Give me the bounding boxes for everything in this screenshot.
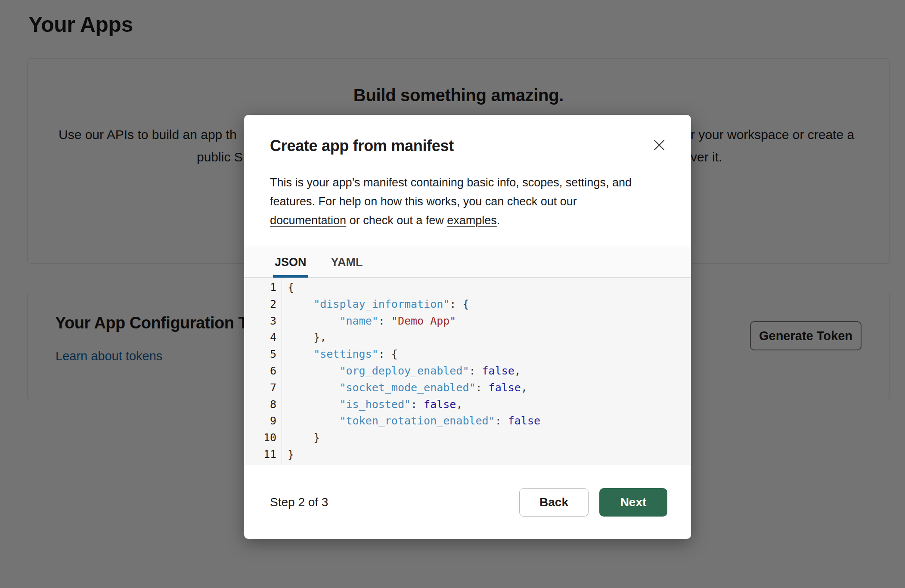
code-token-key: "settings" <box>313 348 378 360</box>
code-line: "token_rotation_enabled": false <box>288 413 691 430</box>
code-line: } <box>288 430 691 446</box>
code-line: "settings": { <box>288 346 691 363</box>
code-token-atom: false <box>482 365 514 377</box>
code-token-atom: false <box>508 415 540 427</box>
code-token-punct <box>288 315 339 327</box>
code-token-key: "display_information" <box>313 298 449 310</box>
line-number: 4 <box>244 329 276 346</box>
code-token-string: "Demo App" <box>391 315 456 327</box>
tab-yaml[interactable]: YAML <box>331 247 363 277</box>
editor-code: { "display_information": { "name": "Demo… <box>282 278 691 465</box>
code-token-punct: : <box>411 398 424 411</box>
code-token-key: "org_deploy_enabled" <box>339 365 469 377</box>
line-number: 2 <box>244 296 276 313</box>
code-token-punct: : <box>476 381 489 394</box>
code-token-punct: : <box>469 365 482 377</box>
code-token-punct: : { <box>449 298 469 310</box>
examples-link[interactable]: examples <box>447 214 497 227</box>
line-number: 7 <box>244 380 276 396</box>
code-line: { <box>288 279 691 296</box>
close-icon <box>652 138 666 152</box>
code-token-key: "is_hosted" <box>339 398 411 411</box>
code-token-punct: { <box>288 281 294 294</box>
line-number: 1 <box>244 279 276 296</box>
intro-line: features. For help on how this works, yo… <box>270 192 665 211</box>
code-token-punct: : { <box>378 348 398 360</box>
manifest-intro-text: This is your app’s manifest containing b… <box>270 173 665 230</box>
modal-title: Create app from manifest <box>270 136 665 156</box>
code-line: }, <box>288 329 691 346</box>
code-line: "display_information": { <box>288 296 691 313</box>
code-line: "is_hosted": false, <box>288 396 691 413</box>
code-token-key: "token_rotation_enabled" <box>339 415 495 427</box>
code-token-punct: , <box>514 365 521 377</box>
code-token-punct <box>288 381 339 394</box>
manifest-format-tabs: JSON YAML <box>244 247 691 278</box>
code-token-punct: , <box>521 381 527 394</box>
code-token-punct <box>288 415 339 427</box>
code-token-atom: false <box>424 398 456 411</box>
code-token-punct: } <box>288 431 320 444</box>
documentation-link[interactable]: documentation <box>270 214 346 227</box>
close-button[interactable] <box>651 137 667 153</box>
code-token-punct <box>288 298 313 310</box>
line-number: 8 <box>244 396 276 413</box>
code-token-punct <box>288 365 339 377</box>
create-app-from-manifest-modal: Create app from manifest This is your ap… <box>244 115 691 539</box>
code-token-atom: false <box>489 381 521 394</box>
code-line: } <box>288 446 691 463</box>
code-token-key: "name" <box>339 315 378 327</box>
line-number: 10 <box>244 430 276 446</box>
code-token-punct: } <box>288 448 294 461</box>
modal-header: Create app from manifest <box>244 115 691 156</box>
line-number: 3 <box>244 313 276 330</box>
step-indicator: Step 2 of 3 <box>270 495 328 509</box>
back-button[interactable]: Back <box>519 488 589 517</box>
code-line: "name": "Demo App" <box>288 313 691 330</box>
code-token-punct: , <box>456 398 462 411</box>
tab-json[interactable]: JSON <box>275 247 307 277</box>
editor-gutter: 1234567891011 <box>244 278 282 465</box>
code-token-punct <box>288 348 313 360</box>
intro-line: This is your app’s manifest containing b… <box>270 173 665 192</box>
code-token-punct <box>288 398 339 411</box>
line-number: 11 <box>244 446 276 463</box>
code-token-punct: }, <box>288 331 326 344</box>
code-line: "socket_mode_enabled": false, <box>288 380 691 396</box>
intro-line: documentation or check out a few example… <box>270 211 665 230</box>
intro-text: . <box>497 214 500 227</box>
code-token-key: "socket_mode_enabled" <box>339 381 475 394</box>
manifest-editor[interactable]: 1234567891011 { "display_information": {… <box>244 278 691 465</box>
line-number: 9 <box>244 413 276 430</box>
next-button[interactable]: Next <box>599 488 667 517</box>
line-number: 6 <box>244 363 276 380</box>
intro-text: or check out a few <box>346 214 447 227</box>
code-line: "org_deploy_enabled": false, <box>288 363 691 380</box>
code-token-punct: : <box>378 315 391 327</box>
code-token-punct: : <box>495 415 508 427</box>
modal-footer: Step 2 of 3 Back Next <box>244 465 691 539</box>
line-number: 5 <box>244 346 276 363</box>
